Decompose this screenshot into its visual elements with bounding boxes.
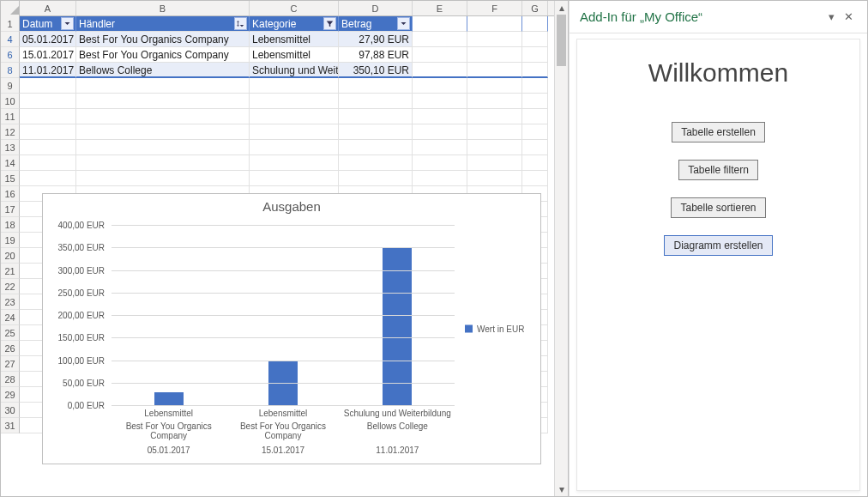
cell-B14[interactable] bbox=[76, 155, 250, 171]
row-header-25[interactable]: 25 bbox=[1, 325, 20, 341]
row-header-27[interactable]: 27 bbox=[1, 356, 20, 372]
column-header-F[interactable]: F bbox=[467, 1, 522, 15]
filter-dropdown-icon[interactable] bbox=[61, 17, 74, 30]
cell-F11[interactable] bbox=[467, 109, 522, 124]
column-header-A[interactable]: A bbox=[20, 1, 76, 15]
filter-table-button[interactable]: Tabelle filtern bbox=[678, 160, 758, 180]
cell-E12[interactable] bbox=[413, 124, 467, 140]
row-header-14[interactable]: 14 bbox=[1, 155, 20, 171]
row-header-18[interactable]: 18 bbox=[1, 217, 20, 233]
cell-E6[interactable] bbox=[413, 47, 467, 63]
cell-G8[interactable] bbox=[522, 63, 548, 78]
cell-A6[interactable]: 15.01.2017 bbox=[20, 47, 76, 63]
table-header-g[interactable] bbox=[522, 16, 548, 32]
cell-A9[interactable] bbox=[20, 78, 76, 94]
cell-B4[interactable]: Best For You Organics Company bbox=[76, 32, 250, 47]
column-header-C[interactable]: C bbox=[250, 1, 339, 15]
cell-F9[interactable] bbox=[467, 78, 522, 94]
spreadsheet-grid[interactable]: ABCDEFG 1DatumHändlerKategorieBetrag405.… bbox=[1, 1, 569, 496]
cell-A14[interactable] bbox=[20, 155, 76, 171]
cell-E11[interactable] bbox=[413, 109, 467, 124]
cell-D9[interactable] bbox=[339, 78, 413, 94]
row-header-13[interactable]: 13 bbox=[1, 140, 20, 155]
cell-B8[interactable]: Bellows College bbox=[76, 63, 250, 78]
filter-dropdown-icon[interactable] bbox=[397, 17, 410, 30]
select-all-corner[interactable] bbox=[1, 1, 20, 16]
pane-menu-icon[interactable]: ▾ bbox=[823, 10, 840, 23]
row-header-28[interactable]: 28 bbox=[1, 372, 20, 387]
row-header-21[interactable]: 21 bbox=[1, 264, 20, 279]
cell-E8[interactable] bbox=[413, 63, 467, 78]
cell-C15[interactable] bbox=[250, 171, 339, 186]
table-header-merchant[interactable]: Händler bbox=[76, 16, 250, 32]
cell-F14[interactable] bbox=[467, 155, 522, 171]
cell-F8[interactable] bbox=[467, 63, 522, 78]
cell-G14[interactable] bbox=[522, 155, 548, 171]
pane-close-icon[interactable]: ✕ bbox=[840, 10, 857, 23]
cell-A4[interactable]: 05.01.2017 bbox=[20, 32, 76, 47]
cell-A8[interactable]: 11.01.2017 bbox=[20, 63, 76, 78]
cell-C14[interactable] bbox=[250, 155, 339, 171]
cell-B11[interactable] bbox=[76, 109, 250, 124]
row-header-31[interactable]: 31 bbox=[1, 418, 20, 433]
cell-D11[interactable] bbox=[339, 109, 413, 124]
cell-G11[interactable] bbox=[522, 109, 548, 124]
cell-G10[interactable] bbox=[522, 94, 548, 109]
row-header-24[interactable]: 24 bbox=[1, 310, 20, 325]
row-header-29[interactable]: 29 bbox=[1, 387, 20, 403]
cell-C4[interactable]: Lebensmittel bbox=[250, 32, 339, 47]
scroll-down-button[interactable]: ▾ bbox=[555, 482, 568, 496]
cell-D15[interactable] bbox=[339, 171, 413, 186]
cell-A13[interactable] bbox=[20, 140, 76, 155]
cell-B13[interactable] bbox=[76, 140, 250, 155]
cell-G12[interactable] bbox=[522, 124, 548, 140]
cell-B6[interactable]: Best For You Organics Company bbox=[76, 47, 250, 63]
cell-D6[interactable]: 97,88 EUR bbox=[339, 47, 413, 63]
cell-E10[interactable] bbox=[413, 94, 467, 109]
row-header-19[interactable]: 19 bbox=[1, 233, 20, 248]
vertical-scrollbar[interactable]: ▴ ▾ bbox=[554, 1, 568, 496]
cell-B15[interactable] bbox=[76, 171, 250, 186]
cell-C6[interactable]: Lebensmittel bbox=[250, 47, 339, 63]
cell-A11[interactable] bbox=[20, 109, 76, 124]
cell-D14[interactable] bbox=[339, 155, 413, 171]
filter-dropdown-icon[interactable] bbox=[323, 17, 336, 30]
row-header-1[interactable]: 1 bbox=[1, 16, 20, 32]
table-header-e[interactable] bbox=[413, 16, 467, 32]
cell-C13[interactable] bbox=[250, 140, 339, 155]
cell-F15[interactable] bbox=[467, 171, 522, 186]
cell-F4[interactable] bbox=[467, 32, 522, 47]
cell-E4[interactable] bbox=[413, 32, 467, 47]
cell-F13[interactable] bbox=[467, 140, 522, 155]
cell-A12[interactable] bbox=[20, 124, 76, 140]
cell-G6[interactable] bbox=[522, 47, 548, 63]
row-header-15[interactable]: 15 bbox=[1, 171, 20, 186]
column-header-D[interactable]: D bbox=[339, 1, 413, 15]
scrollbar-thumb[interactable] bbox=[557, 15, 566, 66]
cell-F6[interactable] bbox=[467, 47, 522, 63]
table-header-date[interactable]: Datum bbox=[20, 16, 76, 32]
filter-dropdown-icon[interactable] bbox=[234, 17, 247, 30]
cell-F12[interactable] bbox=[467, 124, 522, 140]
column-header-E[interactable]: E bbox=[413, 1, 467, 15]
cell-F10[interactable] bbox=[467, 94, 522, 109]
column-header-B[interactable]: B bbox=[76, 1, 250, 15]
cell-C8[interactable]: Schulung und Weiterbildung bbox=[250, 63, 339, 78]
cell-C12[interactable] bbox=[250, 124, 339, 140]
cell-G4[interactable] bbox=[522, 32, 548, 47]
cell-B10[interactable] bbox=[76, 94, 250, 109]
cell-G9[interactable] bbox=[522, 78, 548, 94]
embedded-chart[interactable]: Ausgaben 0,00 EUR50,00 EUR100,00 EUR150,… bbox=[42, 193, 541, 464]
scroll-up-button[interactable]: ▴ bbox=[555, 1, 568, 15]
column-header-G[interactable]: G bbox=[522, 1, 548, 15]
cell-G15[interactable] bbox=[522, 171, 548, 186]
row-header-8[interactable]: 8 bbox=[1, 63, 20, 78]
row-header-22[interactable]: 22 bbox=[1, 279, 20, 294]
cell-A15[interactable] bbox=[20, 171, 76, 186]
row-header-26[interactable]: 26 bbox=[1, 341, 20, 356]
cell-E15[interactable] bbox=[413, 171, 467, 186]
cell-C10[interactable] bbox=[250, 94, 339, 109]
row-header-17[interactable]: 17 bbox=[1, 202, 20, 217]
row-header-10[interactable]: 10 bbox=[1, 94, 20, 109]
sort-table-button[interactable]: Tabelle sortieren bbox=[671, 197, 765, 218]
